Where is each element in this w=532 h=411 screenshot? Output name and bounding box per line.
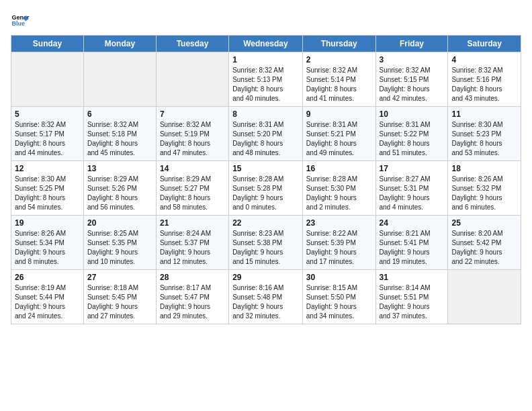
calendar-cell: 6Sunrise: 8:32 AM Sunset: 5:18 PM Daylig… [83, 107, 156, 161]
logo-icon: General Blue [11, 11, 30, 30]
calendar-cell: 12Sunrise: 8:30 AM Sunset: 5:25 PM Dayli… [11, 161, 84, 216]
day-number: 4 [451, 55, 517, 64]
calendar-cell: 11Sunrise: 8:30 AM Sunset: 5:23 PM Dayli… [448, 107, 521, 161]
day-number: 6 [87, 109, 152, 119]
calendar-cell: 27Sunrise: 8:18 AM Sunset: 5:45 PM Dayli… [83, 270, 156, 324]
calendar-cell: 17Sunrise: 8:27 AM Sunset: 5:31 PM Dayli… [375, 161, 448, 216]
day-detail: Sunrise: 8:28 AM Sunset: 5:28 PM Dayligh… [232, 175, 299, 212]
day-detail: Sunrise: 8:25 AM Sunset: 5:35 PM Dayligh… [87, 229, 152, 267]
day-number: 19 [15, 218, 80, 228]
calendar-cell: 24Sunrise: 8:21 AM Sunset: 5:41 PM Dayli… [375, 216, 448, 270]
day-detail: Sunrise: 8:15 AM Sunset: 5:50 PM Dayligh… [306, 283, 372, 321]
column-header-thursday: Thursday [302, 36, 375, 52]
calendar-cell: 1Sunrise: 8:32 AM Sunset: 5:13 PM Daylig… [229, 52, 303, 107]
day-number: 24 [380, 218, 445, 228]
day-number: 31 [380, 273, 445, 282]
calendar-cell: 3Sunrise: 8:32 AM Sunset: 5:15 PM Daylig… [375, 52, 448, 107]
day-detail: Sunrise: 8:30 AM Sunset: 5:23 PM Dayligh… [451, 120, 517, 158]
calendar-body: 1Sunrise: 8:32 AM Sunset: 5:13 PM Daylig… [11, 52, 521, 324]
day-number: 13 [87, 164, 152, 173]
day-number: 5 [15, 109, 80, 119]
day-number: 27 [87, 273, 152, 282]
day-detail: Sunrise: 8:20 AM Sunset: 5:42 PM Dayligh… [451, 229, 517, 267]
svg-text:Blue: Blue [11, 20, 25, 27]
week-row-3: 12Sunrise: 8:30 AM Sunset: 5:25 PM Dayli… [11, 161, 521, 216]
calendar-cell: 28Sunrise: 8:17 AM Sunset: 5:47 PM Dayli… [156, 270, 228, 324]
column-header-friday: Friday [375, 36, 448, 52]
day-detail: Sunrise: 8:23 AM Sunset: 5:38 PM Dayligh… [232, 229, 299, 267]
week-row-2: 5Sunrise: 8:32 AM Sunset: 5:17 PM Daylig… [11, 107, 521, 161]
calendar-cell: 29Sunrise: 8:16 AM Sunset: 5:48 PM Dayli… [229, 270, 303, 324]
day-detail: Sunrise: 8:18 AM Sunset: 5:45 PM Dayligh… [87, 283, 152, 321]
calendar-cell: 4Sunrise: 8:32 AM Sunset: 5:16 PM Daylig… [448, 52, 521, 107]
calendar-cell: 5Sunrise: 8:32 AM Sunset: 5:17 PM Daylig… [11, 107, 84, 161]
calendar-cell [11, 52, 84, 107]
calendar-cell: 14Sunrise: 8:29 AM Sunset: 5:27 PM Dayli… [156, 161, 228, 216]
day-number: 16 [306, 164, 372, 173]
calendar-cell: 8Sunrise: 8:31 AM Sunset: 5:20 PM Daylig… [229, 107, 303, 161]
week-row-4: 19Sunrise: 8:26 AM Sunset: 5:34 PM Dayli… [11, 216, 521, 270]
day-number: 28 [160, 273, 225, 282]
calendar-cell: 25Sunrise: 8:20 AM Sunset: 5:42 PM Dayli… [448, 216, 521, 270]
calendar-cell: 13Sunrise: 8:29 AM Sunset: 5:26 PM Dayli… [83, 161, 156, 216]
day-detail: Sunrise: 8:22 AM Sunset: 5:39 PM Dayligh… [306, 229, 372, 267]
day-number: 3 [380, 55, 445, 64]
calendar-table: SundayMondayTuesdayWednesdayThursdayFrid… [11, 35, 521, 324]
calendar-cell: 26Sunrise: 8:19 AM Sunset: 5:44 PM Dayli… [11, 270, 84, 324]
calendar-cell: 18Sunrise: 8:26 AM Sunset: 5:32 PM Dayli… [448, 161, 521, 216]
day-detail: Sunrise: 8:29 AM Sunset: 5:27 PM Dayligh… [160, 175, 225, 212]
day-detail: Sunrise: 8:31 AM Sunset: 5:20 PM Dayligh… [232, 120, 299, 158]
day-detail: Sunrise: 8:32 AM Sunset: 5:16 PM Dayligh… [451, 66, 517, 103]
calendar-cell: 16Sunrise: 8:28 AM Sunset: 5:30 PM Dayli… [302, 161, 375, 216]
day-detail: Sunrise: 8:29 AM Sunset: 5:26 PM Dayligh… [87, 175, 152, 212]
day-detail: Sunrise: 8:28 AM Sunset: 5:30 PM Dayligh… [306, 175, 372, 212]
day-detail: Sunrise: 8:30 AM Sunset: 5:25 PM Dayligh… [15, 175, 80, 212]
day-number: 30 [306, 273, 372, 282]
day-detail: Sunrise: 8:16 AM Sunset: 5:48 PM Dayligh… [232, 283, 299, 321]
calendar-cell: 23Sunrise: 8:22 AM Sunset: 5:39 PM Dayli… [302, 216, 375, 270]
calendar-cell: 31Sunrise: 8:14 AM Sunset: 5:51 PM Dayli… [375, 270, 448, 324]
day-number: 23 [306, 218, 372, 228]
day-number: 2 [306, 55, 372, 64]
day-number: 29 [232, 273, 299, 282]
day-number: 22 [232, 218, 299, 228]
day-number: 12 [15, 164, 80, 173]
calendar-cell: 7Sunrise: 8:32 AM Sunset: 5:19 PM Daylig… [156, 107, 228, 161]
calendar-cell [156, 52, 228, 107]
day-detail: Sunrise: 8:26 AM Sunset: 5:34 PM Dayligh… [15, 229, 80, 267]
logo: General Blue [11, 11, 32, 30]
day-number: 21 [160, 218, 225, 228]
calendar-cell: 22Sunrise: 8:23 AM Sunset: 5:38 PM Dayli… [229, 216, 303, 270]
column-header-sunday: Sunday [11, 36, 84, 52]
day-detail: Sunrise: 8:14 AM Sunset: 5:51 PM Dayligh… [380, 283, 445, 321]
day-number: 25 [451, 218, 517, 228]
day-detail: Sunrise: 8:27 AM Sunset: 5:31 PM Dayligh… [380, 175, 445, 212]
day-detail: Sunrise: 8:31 AM Sunset: 5:22 PM Dayligh… [380, 120, 445, 158]
day-number: 1 [232, 55, 299, 64]
calendar-cell: 9Sunrise: 8:31 AM Sunset: 5:21 PM Daylig… [302, 107, 375, 161]
day-detail: Sunrise: 8:21 AM Sunset: 5:41 PM Dayligh… [380, 229, 445, 267]
day-detail: Sunrise: 8:32 AM Sunset: 5:14 PM Dayligh… [306, 66, 372, 103]
week-row-5: 26Sunrise: 8:19 AM Sunset: 5:44 PM Dayli… [11, 270, 521, 324]
header: General Blue [11, 11, 521, 30]
calendar-cell [448, 270, 521, 324]
day-detail: Sunrise: 8:32 AM Sunset: 5:17 PM Dayligh… [15, 120, 80, 158]
calendar-cell: 20Sunrise: 8:25 AM Sunset: 5:35 PM Dayli… [83, 216, 156, 270]
day-detail: Sunrise: 8:17 AM Sunset: 5:47 PM Dayligh… [160, 283, 225, 321]
day-number: 9 [306, 109, 372, 119]
day-number: 14 [160, 164, 225, 173]
day-number: 15 [232, 164, 299, 173]
calendar-cell: 2Sunrise: 8:32 AM Sunset: 5:14 PM Daylig… [302, 52, 375, 107]
calendar-cell: 10Sunrise: 8:31 AM Sunset: 5:22 PM Dayli… [375, 107, 448, 161]
day-number: 10 [380, 109, 445, 119]
day-detail: Sunrise: 8:19 AM Sunset: 5:44 PM Dayligh… [15, 283, 80, 321]
day-detail: Sunrise: 8:32 AM Sunset: 5:19 PM Dayligh… [160, 120, 225, 158]
calendar-cell: 19Sunrise: 8:26 AM Sunset: 5:34 PM Dayli… [11, 216, 84, 270]
column-header-wednesday: Wednesday [229, 36, 303, 52]
week-row-1: 1Sunrise: 8:32 AM Sunset: 5:13 PM Daylig… [11, 52, 521, 107]
day-number: 18 [451, 164, 517, 173]
day-detail: Sunrise: 8:24 AM Sunset: 5:37 PM Dayligh… [160, 229, 225, 267]
day-detail: Sunrise: 8:32 AM Sunset: 5:13 PM Dayligh… [232, 66, 299, 103]
calendar-cell: 15Sunrise: 8:28 AM Sunset: 5:28 PM Dayli… [229, 161, 303, 216]
column-header-saturday: Saturday [448, 36, 521, 52]
